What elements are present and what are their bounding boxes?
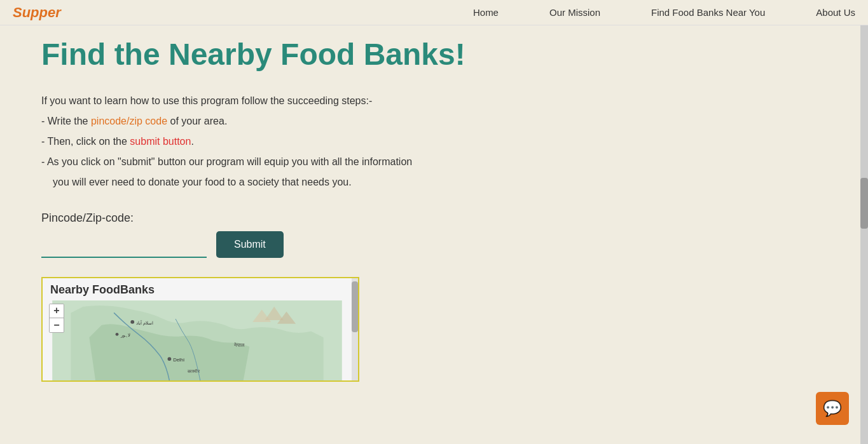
instructions-intro: If you want to learn how to use this pro…	[41, 91, 827, 111]
map-area[interactable]: Delhi اسلام آباد لاہور नेपाल काश्मीर	[43, 300, 352, 380]
svg-text:काश्मीर: काश्मीर	[187, 369, 200, 373]
instructions-step3-line1: - As you click on "submit" button our pr…	[41, 152, 827, 172]
instructions-step1: - Write the pincode/zip code of your are…	[41, 111, 827, 131]
nav-link-about-us[interactable]: About Us	[816, 7, 855, 18]
form-section: Pincode/Zip-code: Submit	[41, 212, 827, 258]
svg-point-1	[167, 357, 171, 361]
nav-link-mission[interactable]: Our Mission	[549, 7, 600, 18]
nav-item-find-food-banks[interactable]: Find Food Banks Near You	[651, 7, 765, 18]
svg-point-5	[116, 333, 119, 336]
nav-links: Home Our Mission Find Food Banks Near Yo…	[473, 7, 855, 18]
zoom-out-button[interactable]: −	[50, 318, 64, 332]
page-title: Find the Nearby Food Banks!	[41, 38, 827, 72]
submit-button[interactable]: Submit	[216, 231, 284, 258]
zoom-controls: + −	[49, 304, 64, 333]
svg-text:اسلام آباد: اسلام آباد	[136, 320, 153, 326]
instructions-step2: - Then, click on the submit button.	[41, 131, 827, 152]
map-container: Nearby FoodBanks Delhi اسلام آباد	[41, 277, 359, 382]
scrollbar-thumb[interactable]	[860, 178, 868, 229]
instructions-step3-line2: you will ever need to donate your food t…	[41, 172, 827, 192]
main-content: Find the Nearby Food Banks! If you want …	[0, 25, 868, 407]
step1-pre: - Write the	[41, 116, 91, 126]
nav-item-mission[interactable]: Our Mission	[549, 7, 600, 18]
nav-item-home[interactable]: Home	[473, 7, 499, 18]
map-svg: Delhi اسلام آباد لاہور नेपाल काश्मीर	[43, 300, 352, 380]
page-scrollbar[interactable]	[860, 0, 868, 444]
chat-icon: 💬	[823, 400, 842, 417]
zip-input[interactable]	[41, 231, 207, 258]
step2-pre: - Then, click on the	[41, 136, 130, 147]
map-title: Nearby FoodBanks	[43, 278, 162, 302]
form-row: Submit	[41, 231, 827, 258]
svg-text:Delhi: Delhi	[173, 357, 184, 363]
step2-highlight: submit button	[130, 136, 191, 147]
map-inner: Nearby FoodBanks Delhi اسلام آباد	[43, 278, 352, 380]
navbar: Supper Home Our Mission Find Food Banks …	[0, 0, 868, 25]
step2-post: .	[191, 136, 193, 147]
site-logo[interactable]: Supper	[13, 4, 61, 21]
zip-label: Pincode/Zip-code:	[41, 212, 827, 225]
step1-highlight: pincode/zip code	[91, 116, 167, 126]
nav-item-about-us[interactable]: About Us	[816, 7, 855, 18]
svg-text:नेपाल: नेपाल	[233, 341, 245, 347]
zoom-in-button[interactable]: +	[50, 304, 64, 318]
svg-point-3	[130, 320, 134, 324]
nav-link-home[interactable]: Home	[473, 7, 499, 18]
map-scrollbar-thumb[interactable]	[352, 281, 358, 332]
map-scrollbar[interactable]	[352, 278, 358, 380]
svg-text:لاہور: لاہور	[120, 333, 130, 338]
instructions-section: If you want to learn how to use this pro…	[41, 91, 827, 192]
step1-post: of your area.	[167, 116, 227, 126]
chat-button[interactable]: 💬	[816, 392, 849, 425]
nav-link-find-food-banks[interactable]: Find Food Banks Near You	[651, 7, 765, 18]
